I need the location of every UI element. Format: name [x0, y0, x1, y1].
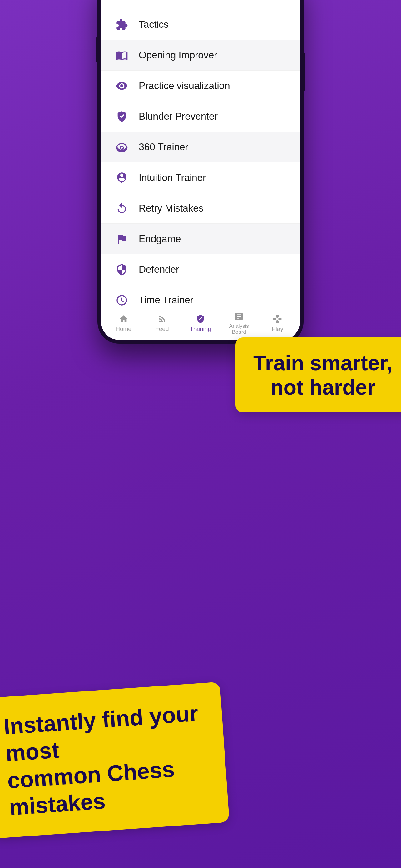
menu-item-label: Defender [139, 264, 179, 275]
tactics-icon [114, 17, 130, 33]
blunder-preventer-icon [114, 108, 130, 125]
endgame-icon [114, 231, 130, 247]
defender-icon [114, 261, 130, 278]
home-icon [118, 313, 129, 324]
list-item[interactable]: Advantage Capitalization [101, 0, 300, 9]
banner-2-text: Instantly find your most common Chess mi… [3, 700, 210, 821]
advantage-cap-icon [114, 0, 130, 2]
feed-icon [157, 313, 168, 324]
nav-item-training[interactable]: Training [181, 313, 220, 333]
list-item[interactable]: Endgame [101, 224, 300, 254]
menu-item-label: Time Trainer [139, 294, 193, 306]
analysis-board-icon [233, 311, 244, 322]
phone-wrapper: Advantage Capitalization Tactics Opening… [97, 0, 304, 344]
phone-button-left [96, 37, 97, 62]
list-item[interactable]: 360 Trainer [101, 132, 300, 162]
banner-2: Instantly find your most common Chess mi… [0, 682, 230, 838]
phone-frame: Advantage Capitalization Tactics Opening… [97, 0, 304, 344]
nav-label-play: Play [272, 326, 283, 333]
list-item[interactable]: Practice visualization [101, 71, 300, 101]
list-item[interactable]: Opening Improver [101, 40, 300, 71]
list-item[interactable]: Blunder Preventer [101, 101, 300, 132]
nav-label-feed: Feed [155, 326, 169, 333]
banner-1-text: Train smarter, not harder [253, 350, 393, 399]
intuition-trainer-icon [114, 170, 130, 186]
banner-1: Train smarter, not harder [235, 337, 401, 412]
retry-mistakes-icon [114, 200, 130, 217]
menu-item-label: 360 Trainer [139, 141, 188, 153]
time-trainer-icon [114, 292, 130, 306]
phone-button-right [304, 53, 305, 91]
nav-item-feed[interactable]: Feed [143, 313, 181, 333]
training-icon [195, 313, 206, 324]
nav-label-analysis: Analysis Board [229, 323, 249, 335]
play-icon [272, 313, 283, 324]
nav-label-home: Home [115, 326, 132, 333]
nav-item-play[interactable]: Play [258, 313, 297, 333]
nav-label-training: Training [190, 326, 211, 333]
menu-item-label: Intuition Trainer [139, 172, 206, 183]
menu-item-label: Retry Mistakes [139, 203, 203, 214]
bottom-nav: Home Feed Training [101, 306, 300, 340]
menu-item-label: Endgame [139, 233, 181, 245]
menu-item-label: Opening Improver [139, 50, 217, 61]
menu-item-label: Tactics [139, 19, 169, 30]
list-item[interactable]: Retry Mistakes [101, 193, 300, 224]
list-item[interactable]: Tactics [101, 9, 300, 40]
list-item[interactable]: Defender [101, 254, 300, 285]
list-item[interactable]: Intuition Trainer [101, 162, 300, 193]
menu-item-label: Practice visualization [139, 80, 230, 92]
practice-visualization-icon [114, 78, 130, 94]
opening-improver-icon [114, 47, 130, 63]
nav-item-home[interactable]: Home [104, 313, 143, 333]
phone-screen: Advantage Capitalization Tactics Opening… [101, 0, 300, 340]
menu-list: Advantage Capitalization Tactics Opening… [101, 0, 300, 306]
nav-item-analysis[interactable]: Analysis Board [220, 311, 258, 335]
list-item[interactable]: Time Trainer [101, 285, 300, 306]
menu-item-label: Blunder Preventer [139, 111, 218, 122]
360-trainer-icon [114, 139, 130, 155]
